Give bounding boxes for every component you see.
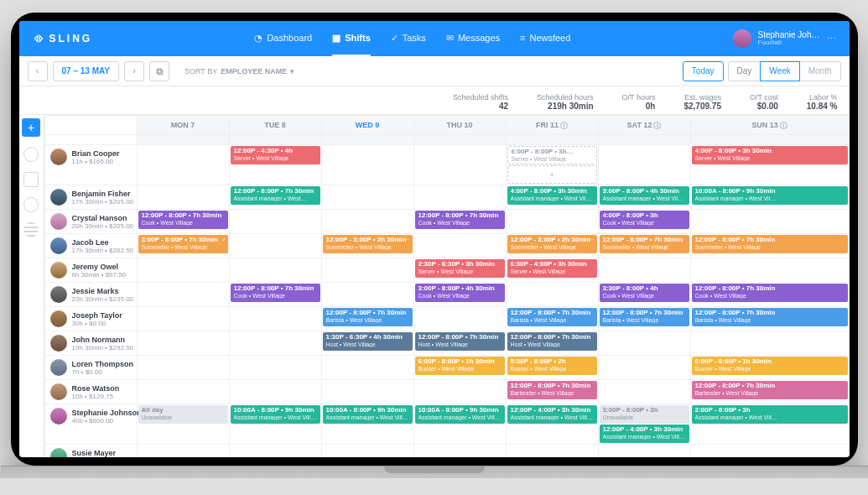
shift-card[interactable]: 3:00P - 8:00P • 7h 30min Sommelier • Wes… bbox=[138, 235, 228, 253]
day-cell[interactable] bbox=[321, 356, 413, 380]
day-cell[interactable] bbox=[413, 234, 506, 258]
day-cell[interactable] bbox=[321, 445, 413, 458]
shift-card[interactable]: 12:00P - 8:00P • 7h 30min Cook • West Vi… bbox=[231, 284, 320, 302]
day-cell[interactable]: 10:00A - 8:00P • 9h 30min Assistant mana… bbox=[229, 404, 321, 445]
shift-card[interactable]: 2:00P - 8:00P • 3h Assistant manager • W… bbox=[692, 405, 848, 424]
day-cell[interactable] bbox=[598, 380, 690, 404]
shift-card[interactable]: 12:00P - 8:00P • 7h 30min Host • West Vi… bbox=[507, 332, 597, 351]
day-cell[interactable] bbox=[598, 145, 690, 185]
day-header[interactable]: SUN 13i bbox=[690, 116, 849, 135]
day-cell[interactable] bbox=[690, 445, 849, 458]
day-cell[interactable]: 12:00P - 8:00P • 7h 30min Sommelier • We… bbox=[690, 234, 849, 258]
day-cell[interactable] bbox=[506, 210, 598, 234]
shift-card[interactable]: 4:00P - 8:00P • 3h 30min Server • West V… bbox=[692, 146, 848, 164]
shift-card[interactable]: 5:30P - 8:00P • 2h Busser • West Village bbox=[507, 357, 597, 375]
day-cell[interactable]: 1:30P - 6:30P • 4h 30min Host • West Vil… bbox=[321, 331, 413, 356]
day-cell[interactable]: 6:00P - 8:00P • 1h 30min Busser • West V… bbox=[690, 356, 849, 380]
day-cell[interactable] bbox=[690, 258, 849, 283]
day-cell[interactable] bbox=[229, 307, 321, 331]
day-cell[interactable]: 12:00P - 8:00P • 7h 30min Host • West Vi… bbox=[506, 331, 598, 356]
shift-card[interactable]: 12:00P - 8:00P • 7h 30min Sommelier • We… bbox=[692, 235, 848, 253]
day-cell[interactable] bbox=[506, 445, 598, 458]
day-cell[interactable]: 12:00P - 8:00P • 7h 30min Barista • West… bbox=[598, 307, 690, 331]
day-cell[interactable] bbox=[137, 283, 229, 307]
day-header[interactable]: FRI 11i bbox=[506, 116, 598, 135]
day-cell[interactable]: 12:00P - 8:00P • 7h 30min Barista • West… bbox=[690, 307, 849, 331]
prev-week-button[interactable]: ‹ bbox=[28, 61, 48, 81]
day-cell[interactable]: 10:00A - 8:00P • 9h 30min Assistant mana… bbox=[690, 185, 849, 210]
day-cell[interactable] bbox=[229, 234, 321, 258]
day-cell[interactable] bbox=[229, 380, 321, 404]
day-cell[interactable] bbox=[137, 445, 229, 458]
day-header[interactable]: MON 7 bbox=[137, 116, 229, 135]
day-cell[interactable]: 12:00P - 8:00P • 7h 30min Cook • West Vi… bbox=[690, 283, 849, 307]
day-cell[interactable] bbox=[413, 445, 506, 458]
day-cell[interactable]: 3:00P - 8:00P • 4h 30min Assistant manag… bbox=[598, 185, 690, 210]
day-cell[interactable]: 2:30P - 6:30P • 3h 30min Server • West V… bbox=[413, 258, 506, 283]
shift-card[interactable]: 4:00P - 8:00P • 3h Cook • West Village bbox=[600, 211, 689, 229]
copy-button[interactable] bbox=[149, 61, 169, 81]
shift-card[interactable]: 10:00A - 8:00P • 9h 30min Assistant mana… bbox=[323, 405, 413, 424]
shift-card[interactable]: 12:00P - 8:00P • 7h 30min Barista • West… bbox=[692, 308, 848, 326]
day-cell[interactable] bbox=[229, 210, 321, 234]
view-day[interactable]: Day bbox=[728, 61, 761, 81]
employee-cell[interactable]: Jeremy Owel 6h 30min • $97.50 bbox=[45, 258, 137, 282]
day-cell[interactable] bbox=[598, 331, 690, 356]
day-cell[interactable] bbox=[137, 145, 229, 185]
shift-card[interactable]: 12:00P - 8:00P • 7h 30min Bartender • We… bbox=[507, 381, 597, 399]
employee-cell[interactable]: Jacob Lee 17h 30min • $262.50 bbox=[45, 234, 137, 258]
shift-card[interactable]: 6:00P - 8:00P • 1h 30min Busser • West V… bbox=[692, 357, 848, 375]
day-cell[interactable] bbox=[690, 331, 849, 356]
date-range-picker[interactable]: 07 – 13 MAY bbox=[53, 61, 119, 81]
day-cell[interactable] bbox=[321, 283, 413, 307]
shift-card[interactable]: 12:00P - 3:00P • 2h 30min Sommelier • We… bbox=[323, 235, 413, 253]
day-header[interactable]: THU 10 bbox=[413, 116, 506, 135]
day-cell[interactable]: 12:00P - 3:00P • 2h 30min Sommelier • We… bbox=[321, 234, 413, 258]
day-cell[interactable]: 6:00P - 8:00P • 3h… Server • West Villag… bbox=[506, 145, 598, 185]
day-cell[interactable] bbox=[137, 331, 229, 356]
view-month[interactable]: Month bbox=[799, 61, 841, 81]
day-header[interactable]: TUE 8 bbox=[229, 116, 321, 135]
day-cell[interactable]: 10:00A - 8:00P • 9h 30min Assistant mana… bbox=[321, 404, 413, 445]
day-cell[interactable] bbox=[229, 445, 321, 458]
day-cell[interactable] bbox=[137, 380, 229, 404]
day-cell[interactable] bbox=[413, 185, 506, 210]
day-cell[interactable]: 3:00P - 8:00P • 3h Unavailable 12:00P - … bbox=[598, 404, 690, 445]
nav-newsfeed[interactable]: ≡Newsfeed bbox=[520, 21, 570, 56]
employee-cell[interactable]: John Normann 19h 30min • $292.50 bbox=[45, 331, 137, 355]
shift-card[interactable]: All day Unavailable bbox=[138, 405, 228, 424]
shift-card[interactable]: 6:00P - 8:00P • 3h… Server • West Villag… bbox=[507, 146, 597, 164]
shift-card[interactable]: 2:30P - 6:30P • 3h 30min Server • West V… bbox=[415, 259, 505, 278]
employee-cell[interactable]: Brian Cooper 11h • $165.00 bbox=[45, 145, 137, 169]
employee-cell[interactable]: Rose Watson 10h • $129.75 bbox=[45, 380, 137, 404]
sort-by-dropdown[interactable]: SORT BY EMPLOYEE NAME ▾ bbox=[185, 67, 294, 76]
shift-card[interactable]: 10:00A - 8:00P • 9h 30min Assistant mana… bbox=[692, 186, 848, 205]
employee-cell[interactable]: Crystal Hanson 20h 30min • $205.00 bbox=[45, 210, 137, 233]
rail-filter-icon[interactable] bbox=[23, 197, 39, 212]
day-cell[interactable]: 12:00P - 4:00P • 3h 30min Assistant mana… bbox=[506, 404, 598, 445]
day-cell[interactable] bbox=[137, 185, 229, 210]
day-cell[interactable] bbox=[413, 145, 506, 185]
day-cell[interactable] bbox=[229, 356, 321, 380]
shift-card[interactable]: 6:00P - 8:00P • 1h 30min Busser • West V… bbox=[415, 357, 505, 375]
shift-card[interactable]: 12:00P - 8:00P • 7h 30min Barista • West… bbox=[323, 308, 413, 326]
shift-card[interactable]: 3:00P - 8:00P • 4h 30min Assistant manag… bbox=[600, 186, 689, 205]
day-cell[interactable] bbox=[690, 210, 849, 234]
shift-card[interactable]: 4:00P - 8:00P • 3h 30min Assistant manag… bbox=[507, 186, 597, 205]
shift-card[interactable]: 10:00A - 8:00P • 9h 30min Assistant mana… bbox=[231, 405, 320, 424]
day-cell[interactable] bbox=[598, 258, 690, 283]
day-cell[interactable]: 4:00P - 8:00P • 3h 30min Assistant manag… bbox=[506, 185, 598, 210]
shift-card[interactable]: 6:30P - 4:00P • 3h 30min Server • West V… bbox=[507, 259, 597, 278]
employee-cell[interactable]: Loren Thompson 7h • $0.00 bbox=[45, 356, 137, 379]
day-cell[interactable]: 10:00A - 8:00P • 9h 30min Assistant mana… bbox=[413, 404, 506, 445]
day-cell[interactable] bbox=[229, 331, 321, 356]
day-cell[interactable]: 12:00P - 8:00P • 7h 30min Assistant mana… bbox=[229, 185, 321, 210]
rail-location-icon[interactable] bbox=[23, 147, 39, 162]
day-cell[interactable]: 12:00P - 8:00P • 7h 30min Cook • West Vi… bbox=[137, 210, 229, 234]
nav-messages[interactable]: ✉Messages bbox=[446, 21, 500, 56]
day-cell[interactable]: 12:00P - 8:00P • 7h 30min Host • West Vi… bbox=[413, 331, 506, 356]
day-cell[interactable]: 4:00P - 8:00P • 3h Cook • West Village bbox=[598, 210, 690, 234]
day-cell[interactable]: All day Unavailable bbox=[137, 404, 229, 445]
nav-tasks[interactable]: ✓Tasks bbox=[391, 21, 426, 56]
shift-card[interactable]: 3:00P - 8:00P • 3h Unavailable bbox=[600, 405, 689, 424]
